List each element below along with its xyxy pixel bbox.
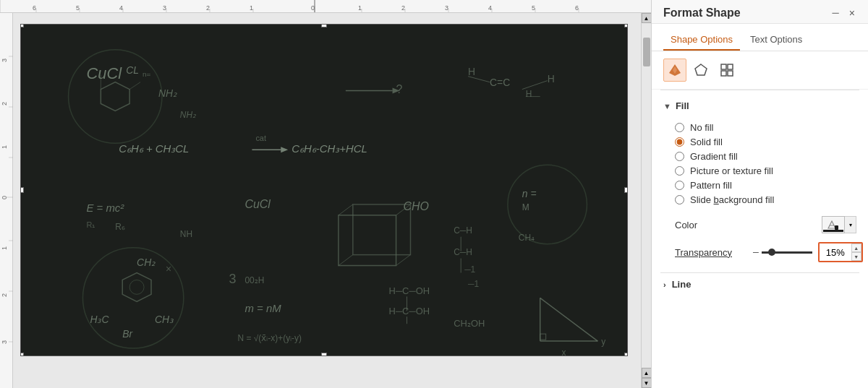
transparency-slider[interactable]	[762, 251, 812, 254]
svg-text:3: 3	[229, 272, 237, 286]
line-chevron: ›	[663, 280, 666, 289]
shape-effects-icon-btn[interactable]	[689, 59, 712, 82]
panel-header: Format Shape ─ ×	[652, 0, 868, 24]
svg-text:H─C─OH: H─C─OH	[389, 306, 430, 316]
svg-text:R₆: R₆	[115, 222, 125, 232]
scroll-up-btn[interactable]: ▲	[642, 13, 652, 23]
svg-rect-113	[721, 64, 726, 69]
svg-text:C₆H₆-CH₃+HCL: C₆H₆-CH₃+HCL	[292, 142, 367, 155]
ruler-top-inner: 6 5 4 3 2 1 0 1 2 3 4 5 6	[0, 0, 651, 12]
transparency-row: Transparency ─ ▲ ▼	[663, 238, 856, 267]
fill-options-group: No fill Solid fill Gradient fill Picture…	[663, 116, 856, 212]
tab-shape-options[interactable]: Shape Options	[663, 30, 740, 51]
slide-background-fill-radio[interactable]	[675, 195, 684, 204]
scroll-zoom-up[interactable]: ▲	[642, 368, 652, 378]
svg-text:3: 3	[1, 340, 8, 344]
tab-text-options[interactable]: Text Options	[743, 30, 809, 51]
svg-text:CuCl: CuCl	[86, 64, 122, 82]
handle-mid-right[interactable]	[624, 187, 628, 193]
scrollbar-right[interactable]: ▲ ▲ ▼	[641, 13, 651, 388]
picture-texture-fill-option[interactable]: Picture or texture fill	[675, 165, 856, 176]
gradient-fill-option[interactable]: Gradient fill	[675, 151, 856, 162]
transparency-value-input[interactable]	[820, 243, 851, 261]
no-fill-option[interactable]: No fill	[675, 122, 856, 133]
svg-text:CHO: CHO	[404, 200, 429, 212]
color-swatch-container[interactable]: ▾	[822, 216, 856, 233]
scroll-zoom-down[interactable]: ▼	[642, 378, 652, 388]
svg-text:1: 1	[250, 4, 253, 12]
fill-effects-icon-btn[interactable]	[663, 59, 686, 82]
svg-text:n =: n =	[522, 188, 537, 199]
chalkboard-illustration: CuCl NH₂ NH₂ CL n= ?	[21, 25, 627, 355]
gradient-fill-radio[interactable]	[675, 152, 684, 161]
svg-marker-112	[695, 64, 707, 75]
svg-rect-116	[728, 71, 733, 76]
line-section-label: Line	[672, 279, 692, 290]
svg-text:CH₂OH: CH₂OH	[454, 318, 485, 329]
svg-text:H: H	[468, 66, 475, 77]
svg-rect-114	[728, 64, 733, 69]
svg-text:1: 1	[358, 4, 362, 12]
solid-fill-option[interactable]: Solid fill	[675, 137, 856, 147]
svg-text:5: 5	[76, 4, 80, 12]
svg-text:CL: CL	[126, 64, 139, 76]
svg-text:×: ×	[166, 263, 171, 275]
svg-text:6: 6	[33, 4, 36, 12]
svg-text:cat: cat	[255, 134, 266, 142]
svg-text:0: 0	[1, 196, 8, 199]
slider-container: ─	[753, 248, 812, 256]
icon-bar	[652, 51, 868, 90]
panel-pin-btn[interactable]: ─	[830, 6, 842, 20]
svg-text:3: 3	[163, 4, 166, 12]
line-section[interactable]: › Line	[652, 273, 868, 296]
solid-fill-label: Solid fill	[690, 137, 723, 147]
svg-text:n=: n=	[142, 70, 151, 78]
svg-text:m = nM: m = nM	[244, 302, 281, 314]
svg-text:CH₄: CH₄	[519, 233, 535, 243]
svg-text:NH₂: NH₂	[158, 87, 177, 99]
no-fill-radio[interactable]	[675, 123, 684, 132]
transparency-label: Transparency	[675, 247, 747, 258]
handle-mid-left[interactable]	[20, 187, 24, 193]
svg-text:NH₂: NH₂	[180, 110, 197, 120]
transparency-decrement-btn[interactable]: ▼	[851, 252, 861, 261]
svg-text:CH₃: CH₃	[155, 314, 174, 325]
gradient-fill-label: Gradient fill	[690, 151, 738, 162]
svg-text:C─H: C─H	[454, 225, 472, 236]
handle-top-right[interactable]	[624, 24, 628, 27]
svg-text:H₃C: H₃C	[90, 314, 109, 325]
handle-bottom-right[interactable]	[624, 353, 628, 356]
pattern-fill-option[interactable]: Pattern fill	[675, 180, 856, 191]
svg-text:?: ?	[396, 83, 403, 95]
layout-icon-btn[interactable]	[715, 59, 739, 82]
panel-tabs: Shape Options Text Options	[652, 24, 868, 51]
handle-top-left[interactable]	[20, 24, 24, 27]
svg-text:1: 1	[1, 145, 8, 149]
picture-texture-fill-radio[interactable]	[675, 166, 684, 176]
handle-bottom-left[interactable]	[20, 353, 24, 356]
color-label: Color	[675, 220, 747, 230]
svg-text:H: H	[548, 73, 555, 85]
svg-text:Br: Br	[122, 328, 133, 340]
slide[interactable]: CuCl NH₂ NH₂ CL n= ?	[20, 24, 628, 356]
pattern-fill-radio[interactable]	[675, 181, 684, 190]
svg-text:R₁: R₁	[86, 220, 95, 229]
svg-text:H: H	[526, 89, 532, 99]
color-dropdown-btn[interactable]: ▾	[845, 216, 856, 233]
slide-background-fill-option[interactable]: Slide background fill	[675, 194, 856, 205]
handle-top-mid[interactable]	[321, 24, 327, 27]
svg-text:0: 0	[311, 4, 315, 12]
handle-bottom-mid[interactable]	[321, 353, 327, 356]
scroll-thumb[interactable]	[643, 38, 650, 66]
panel-close-btn[interactable]: ×	[845, 6, 859, 20]
svg-text:─1: ─1	[467, 279, 479, 289]
ruler-left: 3 2 1 0 1 2 3	[0, 13, 13, 388]
fill-chevron: ▼	[663, 102, 671, 111]
fill-section-header[interactable]: ▼ Fill	[663, 96, 856, 116]
color-picker-btn[interactable]	[822, 216, 845, 233]
transparency-increment-btn[interactable]: ▲	[851, 243, 861, 252]
no-fill-label: No fill	[690, 122, 714, 133]
svg-text:5: 5	[532, 4, 535, 12]
solid-fill-radio[interactable]	[675, 137, 684, 147]
svg-text:2: 2	[1, 293, 8, 297]
